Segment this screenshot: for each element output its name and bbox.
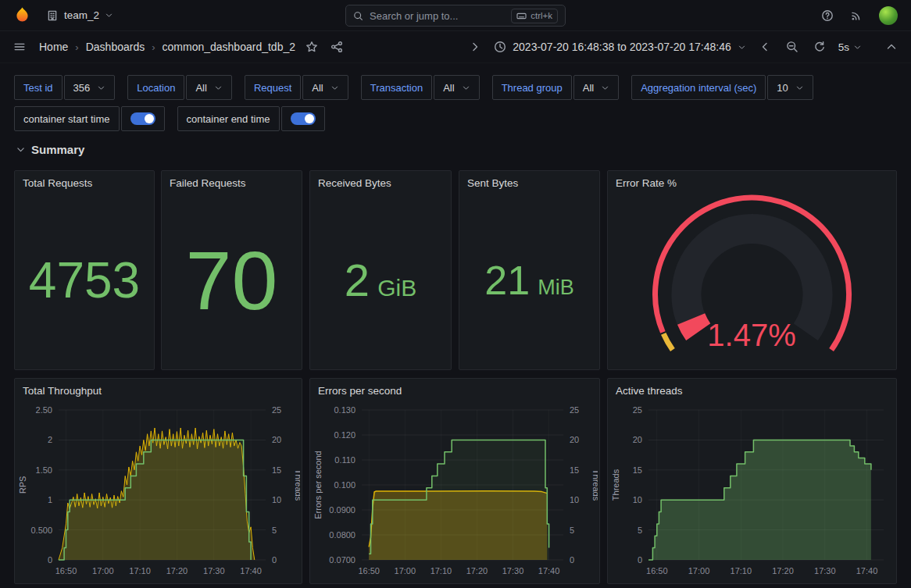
org-switcher[interactable]: team_2	[46, 9, 113, 22]
panel-title: Total Requests	[15, 171, 154, 189]
rss-icon	[850, 9, 863, 22]
time-range-picker[interactable]: 2023-07-20 16:48:38 to 2023-07-20 17:48:…	[494, 41, 745, 53]
grafana-logo[interactable]	[11, 4, 34, 27]
time-shift-back-button[interactable]	[466, 38, 484, 55]
panel-error-rate: Error Rate % 1.47%	[607, 170, 897, 370]
svg-text:17:00: 17:00	[92, 566, 114, 576]
var-transaction-dropdown[interactable]: All	[434, 75, 479, 100]
share-button[interactable]	[328, 38, 345, 55]
help-button[interactable]	[819, 7, 836, 24]
breadcrumb-dashboards[interactable]: Dashboards	[86, 41, 145, 53]
svg-text:17:40: 17:40	[240, 566, 262, 576]
svg-text:17:00: 17:00	[688, 566, 710, 576]
search-placeholder: Search or jump to...	[370, 10, 505, 22]
toggle-on-pill	[291, 112, 316, 125]
svg-text:0.500: 0.500	[30, 526, 52, 535]
gauge-value: 1.47%	[707, 318, 795, 352]
refresh-interval-value: 5s	[838, 41, 849, 53]
var-test-id-dropdown[interactable]: 356	[64, 75, 116, 100]
breadcrumb-separator: ›	[152, 41, 155, 53]
org-name: team_2	[64, 9, 99, 21]
chevron-down-icon	[16, 144, 26, 155]
panel-total-requests: Total Requests 4753	[14, 170, 155, 370]
chevron-up-icon	[885, 41, 898, 53]
refresh-button[interactable]	[811, 38, 828, 55]
container-start-toggle[interactable]	[121, 106, 165, 131]
svg-text:17:40: 17:40	[856, 566, 878, 576]
panel-title: Total Throughput	[15, 379, 302, 397]
svg-text:20: 20	[272, 435, 281, 444]
var-request: Request All	[245, 75, 348, 100]
svg-text:0: 0	[570, 555, 574, 565]
panel-errors-per-second: Errors per second 0.07000.08000.09000.10…	[309, 378, 600, 584]
var-location-dropdown[interactable]: All	[186, 75, 231, 100]
var-container-start-time: container start time	[14, 106, 165, 131]
svg-text:10: 10	[272, 495, 281, 504]
var-thread-group: Thread group All	[492, 75, 620, 100]
top-nav-actions	[819, 4, 900, 27]
var-aggregation-dropdown[interactable]: 10	[767, 75, 813, 100]
svg-text:0.130: 0.130	[334, 405, 355, 415]
svg-text:25: 25	[633, 405, 642, 415]
keyboard-icon	[516, 11, 527, 21]
active-threads-chart: 051015202516:5017:0017:1017:2017:3017:40…	[609, 401, 895, 582]
stat-value: 70	[186, 239, 278, 322]
breadcrumb-home[interactable]: Home	[39, 41, 68, 53]
svg-text:17:30: 17:30	[814, 566, 836, 576]
news-button[interactable]	[848, 7, 865, 24]
profile-button[interactable]	[877, 4, 900, 27]
svg-text:17:00: 17:00	[395, 566, 416, 576]
chevron-left-icon	[469, 41, 481, 53]
svg-text:17:10: 17:10	[129, 566, 151, 576]
svg-text:5: 5	[570, 526, 574, 535]
stat-value: 4753	[29, 255, 140, 305]
search-shortcut-badge: ctrl+k	[511, 9, 558, 23]
mega-menu-toggle[interactable]	[11, 38, 28, 55]
var-container-end-time: container end time	[177, 106, 325, 131]
svg-text:0: 0	[272, 555, 277, 565]
chevron-down-icon	[330, 84, 339, 92]
search-input[interactable]: Search or jump to... ctrl+k	[345, 5, 566, 27]
svg-text:25: 25	[570, 405, 579, 415]
svg-text:17:20: 17:20	[772, 566, 794, 576]
svg-text:1: 1	[48, 495, 52, 504]
section-title: Summary	[31, 143, 84, 156]
refresh-interval-dropdown[interactable]: 5s	[838, 41, 862, 53]
zoom-out-icon	[786, 41, 798, 53]
container-end-label: container end time	[177, 106, 280, 131]
collapse-toolbar-button[interactable]	[883, 38, 900, 55]
chevron-down-icon	[853, 43, 862, 52]
refresh-icon	[813, 41, 826, 53]
time-range-label: 2023-07-20 16:48:38 to 2023-07-20 17:48:…	[513, 41, 731, 53]
summary-row-header[interactable]: Summary	[16, 143, 84, 156]
errors-per-second-chart: 0.07000.08000.09000.1000.1100.1200.13016…	[312, 401, 598, 582]
svg-text:1.50: 1.50	[36, 465, 52, 475]
time-controls: 2023-07-20 16:48:38 to 2023-07-20 17:48:…	[466, 38, 900, 55]
building-icon	[46, 9, 59, 22]
panel-sent-bytes: Sent Bytes 21 MiB	[459, 170, 600, 370]
help-icon	[821, 9, 834, 22]
favorite-button[interactable]	[303, 38, 320, 55]
breadcrumb-separator: ›	[75, 41, 78, 53]
svg-text:0.120: 0.120	[334, 430, 355, 440]
top-nav: team_2 Search or jump to... ctrl+k	[0, 0, 911, 31]
svg-text:Errors per second: Errors per second	[313, 451, 323, 519]
var-location-label: Location	[127, 75, 184, 100]
stat-unit: MiB	[538, 277, 574, 298]
var-request-label: Request	[245, 75, 301, 100]
var-aggregation-interval: Aggregation interval (sec) 10	[631, 75, 813, 100]
var-thread-group-dropdown[interactable]: All	[573, 75, 619, 100]
time-shift-forward-button[interactable]	[756, 38, 773, 55]
svg-text:20: 20	[633, 435, 642, 444]
svg-text:RPS: RPS	[18, 476, 27, 494]
zoom-out-button[interactable]	[784, 38, 801, 55]
var-request-dropdown[interactable]: All	[302, 75, 348, 100]
var-test-id: Test id 356	[14, 75, 115, 100]
svg-text:Threads: Threads	[611, 469, 620, 501]
total-throughput-chart: 00.50011.5022.5016:5017:0017:1017:2017:3…	[16, 401, 300, 582]
var-thread-group-label: Thread group	[492, 75, 572, 100]
svg-text:0: 0	[48, 555, 52, 565]
container-end-toggle[interactable]	[281, 106, 325, 131]
stat-value: 21	[484, 260, 530, 301]
svg-text:10: 10	[633, 495, 642, 504]
